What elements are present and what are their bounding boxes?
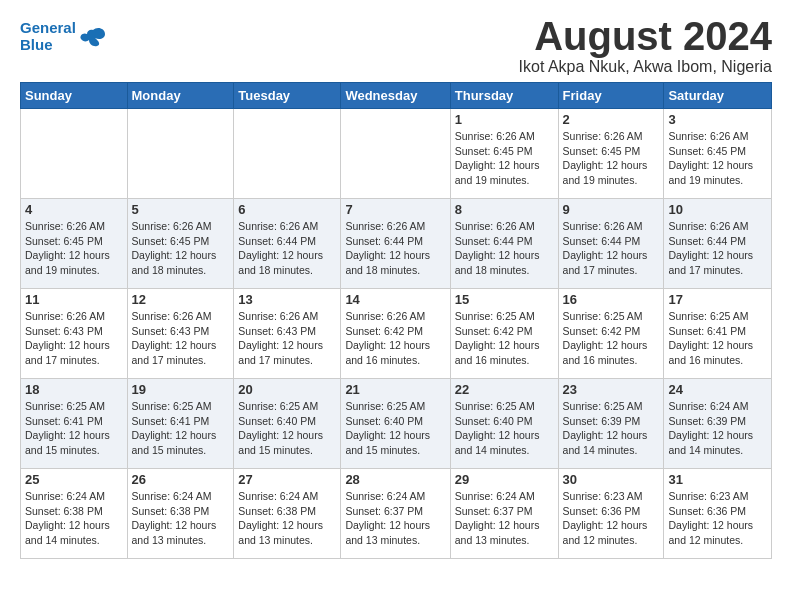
calendar-cell: 30Sunrise: 6:23 AMSunset: 6:36 PMDayligh…: [558, 469, 664, 559]
day-info: Sunrise: 6:25 AMSunset: 6:40 PMDaylight:…: [345, 399, 445, 458]
day-info: Sunrise: 6:25 AMSunset: 6:42 PMDaylight:…: [563, 309, 660, 368]
day-number: 6: [238, 202, 336, 217]
day-info: Sunrise: 6:25 AMSunset: 6:40 PMDaylight:…: [238, 399, 336, 458]
day-number: 8: [455, 202, 554, 217]
calendar-cell: 6Sunrise: 6:26 AMSunset: 6:44 PMDaylight…: [234, 199, 341, 289]
calendar-cell: 15Sunrise: 6:25 AMSunset: 6:42 PMDayligh…: [450, 289, 558, 379]
day-info: Sunrise: 6:24 AMSunset: 6:39 PMDaylight:…: [668, 399, 767, 458]
calendar-cell: [21, 109, 128, 199]
day-number: 1: [455, 112, 554, 127]
day-info: Sunrise: 6:23 AMSunset: 6:36 PMDaylight:…: [668, 489, 767, 548]
day-number: 27: [238, 472, 336, 487]
header-saturday: Saturday: [664, 83, 772, 109]
calendar-cell: 9Sunrise: 6:26 AMSunset: 6:44 PMDaylight…: [558, 199, 664, 289]
calendar-cell: 26Sunrise: 6:24 AMSunset: 6:38 PMDayligh…: [127, 469, 234, 559]
calendar-cell: 19Sunrise: 6:25 AMSunset: 6:41 PMDayligh…: [127, 379, 234, 469]
week-row-2: 4Sunrise: 6:26 AMSunset: 6:45 PMDaylight…: [21, 199, 772, 289]
day-number: 9: [563, 202, 660, 217]
day-number: 25: [25, 472, 123, 487]
day-number: 5: [132, 202, 230, 217]
day-info: Sunrise: 6:26 AMSunset: 6:45 PMDaylight:…: [455, 129, 554, 188]
header-sunday: Sunday: [21, 83, 128, 109]
day-info: Sunrise: 6:26 AMSunset: 6:45 PMDaylight:…: [132, 219, 230, 278]
header-thursday: Thursday: [450, 83, 558, 109]
day-info: Sunrise: 6:26 AMSunset: 6:43 PMDaylight:…: [25, 309, 123, 368]
day-info: Sunrise: 6:25 AMSunset: 6:39 PMDaylight:…: [563, 399, 660, 458]
day-number: 19: [132, 382, 230, 397]
calendar-cell: 2Sunrise: 6:26 AMSunset: 6:45 PMDaylight…: [558, 109, 664, 199]
logo-text: GeneralBlue: [20, 20, 76, 53]
calendar-cell: 5Sunrise: 6:26 AMSunset: 6:45 PMDaylight…: [127, 199, 234, 289]
day-number: 23: [563, 382, 660, 397]
day-number: 16: [563, 292, 660, 307]
calendar-cell: 22Sunrise: 6:25 AMSunset: 6:40 PMDayligh…: [450, 379, 558, 469]
day-number: 30: [563, 472, 660, 487]
day-info: Sunrise: 6:26 AMSunset: 6:44 PMDaylight:…: [238, 219, 336, 278]
header-tuesday: Tuesday: [234, 83, 341, 109]
calendar-cell: 18Sunrise: 6:25 AMSunset: 6:41 PMDayligh…: [21, 379, 128, 469]
calendar-cell: 11Sunrise: 6:26 AMSunset: 6:43 PMDayligh…: [21, 289, 128, 379]
day-info: Sunrise: 6:26 AMSunset: 6:43 PMDaylight:…: [132, 309, 230, 368]
day-number: 17: [668, 292, 767, 307]
week-row-1: 1Sunrise: 6:26 AMSunset: 6:45 PMDaylight…: [21, 109, 772, 199]
calendar-cell: 4Sunrise: 6:26 AMSunset: 6:45 PMDaylight…: [21, 199, 128, 289]
header-monday: Monday: [127, 83, 234, 109]
header-friday: Friday: [558, 83, 664, 109]
day-number: 31: [668, 472, 767, 487]
day-info: Sunrise: 6:26 AMSunset: 6:44 PMDaylight:…: [455, 219, 554, 278]
month-title: August 2024: [519, 16, 772, 56]
day-info: Sunrise: 6:26 AMSunset: 6:43 PMDaylight:…: [238, 309, 336, 368]
day-number: 18: [25, 382, 123, 397]
day-info: Sunrise: 6:26 AMSunset: 6:42 PMDaylight:…: [345, 309, 445, 368]
day-info: Sunrise: 6:24 AMSunset: 6:38 PMDaylight:…: [25, 489, 123, 548]
calendar-cell: 25Sunrise: 6:24 AMSunset: 6:38 PMDayligh…: [21, 469, 128, 559]
logo: GeneralBlue: [20, 20, 107, 53]
calendar-cell: 16Sunrise: 6:25 AMSunset: 6:42 PMDayligh…: [558, 289, 664, 379]
day-info: Sunrise: 6:23 AMSunset: 6:36 PMDaylight:…: [563, 489, 660, 548]
day-info: Sunrise: 6:25 AMSunset: 6:41 PMDaylight:…: [25, 399, 123, 458]
week-row-5: 25Sunrise: 6:24 AMSunset: 6:38 PMDayligh…: [21, 469, 772, 559]
calendar-cell: 27Sunrise: 6:24 AMSunset: 6:38 PMDayligh…: [234, 469, 341, 559]
day-info: Sunrise: 6:24 AMSunset: 6:38 PMDaylight:…: [132, 489, 230, 548]
title-block: August 2024 Ikot Akpa Nkuk, Akwa Ibom, N…: [519, 16, 772, 76]
day-info: Sunrise: 6:25 AMSunset: 6:41 PMDaylight:…: [668, 309, 767, 368]
calendar-cell: 20Sunrise: 6:25 AMSunset: 6:40 PMDayligh…: [234, 379, 341, 469]
day-info: Sunrise: 6:24 AMSunset: 6:37 PMDaylight:…: [345, 489, 445, 548]
week-row-3: 11Sunrise: 6:26 AMSunset: 6:43 PMDayligh…: [21, 289, 772, 379]
calendar-cell: 12Sunrise: 6:26 AMSunset: 6:43 PMDayligh…: [127, 289, 234, 379]
calendar-cell: 3Sunrise: 6:26 AMSunset: 6:45 PMDaylight…: [664, 109, 772, 199]
day-number: 2: [563, 112, 660, 127]
calendar-cell: 13Sunrise: 6:26 AMSunset: 6:43 PMDayligh…: [234, 289, 341, 379]
day-number: 12: [132, 292, 230, 307]
calendar-cell: [127, 109, 234, 199]
day-number: 28: [345, 472, 445, 487]
day-info: Sunrise: 6:24 AMSunset: 6:37 PMDaylight:…: [455, 489, 554, 548]
day-info: Sunrise: 6:25 AMSunset: 6:41 PMDaylight:…: [132, 399, 230, 458]
week-row-4: 18Sunrise: 6:25 AMSunset: 6:41 PMDayligh…: [21, 379, 772, 469]
calendar-cell: 8Sunrise: 6:26 AMSunset: 6:44 PMDaylight…: [450, 199, 558, 289]
calendar-cell: 29Sunrise: 6:24 AMSunset: 6:37 PMDayligh…: [450, 469, 558, 559]
day-number: 21: [345, 382, 445, 397]
day-number: 26: [132, 472, 230, 487]
day-number: 11: [25, 292, 123, 307]
calendar-cell: 21Sunrise: 6:25 AMSunset: 6:40 PMDayligh…: [341, 379, 450, 469]
calendar: Sunday Monday Tuesday Wednesday Thursday…: [20, 82, 772, 559]
day-number: 24: [668, 382, 767, 397]
day-number: 14: [345, 292, 445, 307]
calendar-cell: 10Sunrise: 6:26 AMSunset: 6:44 PMDayligh…: [664, 199, 772, 289]
day-number: 13: [238, 292, 336, 307]
day-info: Sunrise: 6:24 AMSunset: 6:38 PMDaylight:…: [238, 489, 336, 548]
day-number: 29: [455, 472, 554, 487]
day-info: Sunrise: 6:26 AMSunset: 6:45 PMDaylight:…: [668, 129, 767, 188]
day-number: 15: [455, 292, 554, 307]
logo-bird-icon: [79, 26, 107, 48]
day-info: Sunrise: 6:26 AMSunset: 6:45 PMDaylight:…: [563, 129, 660, 188]
day-info: Sunrise: 6:26 AMSunset: 6:45 PMDaylight:…: [25, 219, 123, 278]
header: GeneralBlue August 2024 Ikot Akpa Nkuk, …: [20, 16, 772, 76]
day-number: 4: [25, 202, 123, 217]
calendar-cell: 24Sunrise: 6:24 AMSunset: 6:39 PMDayligh…: [664, 379, 772, 469]
day-info: Sunrise: 6:25 AMSunset: 6:40 PMDaylight:…: [455, 399, 554, 458]
page: GeneralBlue August 2024 Ikot Akpa Nkuk, …: [0, 0, 792, 569]
day-number: 7: [345, 202, 445, 217]
day-number: 3: [668, 112, 767, 127]
